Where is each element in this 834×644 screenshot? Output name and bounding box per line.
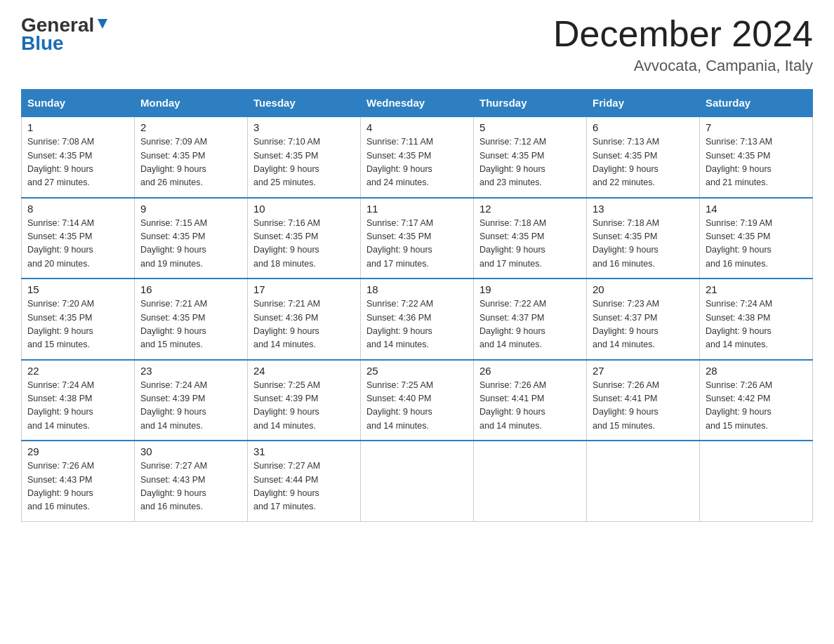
logo: General Blue (21, 14, 110, 55)
calendar-cell: 15 Sunrise: 7:20 AMSunset: 4:35 PMDaylig… (22, 279, 135, 360)
calendar-cell: 30 Sunrise: 7:27 AMSunset: 4:43 PMDaylig… (135, 441, 248, 521)
logo-blue-text: Blue (21, 32, 64, 55)
day-info: Sunrise: 7:27 AMSunset: 4:43 PMDaylight:… (140, 459, 241, 514)
calendar-cell: 8 Sunrise: 7:14 AMSunset: 4:35 PMDayligh… (22, 198, 135, 279)
calendar-header-wednesday: Wednesday (361, 90, 474, 117)
day-info: Sunrise: 7:10 AMSunset: 4:35 PMDaylight:… (253, 135, 355, 190)
calendar-header-sunday: Sunday (22, 90, 135, 117)
day-number: 21 (706, 283, 807, 295)
calendar-cell: 7 Sunrise: 7:13 AMSunset: 4:35 PMDayligh… (700, 116, 813, 198)
calendar-cell (361, 441, 474, 521)
day-info: Sunrise: 7:11 AMSunset: 4:35 PMDaylight:… (366, 135, 468, 190)
day-info: Sunrise: 7:26 AMSunset: 4:42 PMDaylight:… (706, 379, 807, 434)
day-info: Sunrise: 7:09 AMSunset: 4:35 PMDaylight:… (140, 135, 241, 190)
day-info: Sunrise: 7:26 AMSunset: 4:41 PMDaylight:… (593, 379, 694, 434)
day-info: Sunrise: 7:22 AMSunset: 4:37 PMDaylight:… (479, 297, 581, 352)
day-info: Sunrise: 7:13 AMSunset: 4:35 PMDaylight:… (593, 135, 694, 190)
day-number: 18 (366, 283, 468, 295)
calendar-cell (474, 441, 587, 521)
calendar-cell: 16 Sunrise: 7:21 AMSunset: 4:35 PMDaylig… (135, 279, 248, 360)
calendar-week-4: 22 Sunrise: 7:24 AMSunset: 4:38 PMDaylig… (22, 360, 813, 441)
day-number: 24 (253, 365, 355, 377)
day-info: Sunrise: 7:24 AMSunset: 4:38 PMDaylight:… (27, 379, 128, 434)
day-number: 30 (140, 445, 241, 457)
day-number: 14 (706, 203, 807, 215)
day-info: Sunrise: 7:20 AMSunset: 4:35 PMDaylight:… (27, 297, 128, 352)
calendar-cell: 13 Sunrise: 7:18 AMSunset: 4:35 PMDaylig… (587, 198, 700, 279)
day-info: Sunrise: 7:26 AMSunset: 4:41 PMDaylight:… (479, 379, 581, 434)
day-info: Sunrise: 7:22 AMSunset: 4:36 PMDaylight:… (366, 297, 468, 352)
day-info: Sunrise: 7:23 AMSunset: 4:37 PMDaylight:… (593, 297, 694, 352)
day-number: 28 (706, 365, 807, 377)
calendar-cell: 19 Sunrise: 7:22 AMSunset: 4:37 PMDaylig… (474, 279, 587, 360)
day-number: 3 (253, 121, 355, 133)
day-number: 6 (593, 121, 694, 133)
day-number: 23 (140, 365, 241, 377)
day-info: Sunrise: 7:24 AMSunset: 4:39 PMDaylight:… (140, 379, 241, 434)
calendar-header-friday: Friday (587, 90, 700, 117)
day-info: Sunrise: 7:21 AMSunset: 4:35 PMDaylight:… (140, 297, 241, 352)
calendar-cell: 17 Sunrise: 7:21 AMSunset: 4:36 PMDaylig… (248, 279, 361, 360)
day-number: 19 (479, 283, 581, 295)
day-number: 12 (479, 203, 581, 215)
day-number: 1 (27, 121, 128, 133)
day-info: Sunrise: 7:18 AMSunset: 4:35 PMDaylight:… (593, 217, 694, 271)
day-number: 31 (253, 445, 355, 457)
calendar-cell: 20 Sunrise: 7:23 AMSunset: 4:37 PMDaylig… (587, 279, 700, 360)
day-number: 22 (27, 365, 128, 377)
calendar-week-1: 1 Sunrise: 7:08 AMSunset: 4:35 PMDayligh… (22, 116, 813, 198)
day-number: 4 (366, 121, 468, 133)
calendar-cell: 18 Sunrise: 7:22 AMSunset: 4:36 PMDaylig… (361, 279, 474, 360)
day-number: 29 (27, 445, 128, 457)
day-number: 9 (140, 203, 241, 215)
calendar-cell (700, 441, 813, 521)
calendar-week-2: 8 Sunrise: 7:14 AMSunset: 4:35 PMDayligh… (22, 198, 813, 279)
calendar-week-5: 29 Sunrise: 7:26 AMSunset: 4:43 PMDaylig… (22, 441, 813, 521)
day-number: 13 (593, 203, 694, 215)
day-info: Sunrise: 7:16 AMSunset: 4:35 PMDaylight:… (253, 217, 355, 271)
day-number: 5 (479, 121, 581, 133)
calendar-cell: 24 Sunrise: 7:25 AMSunset: 4:39 PMDaylig… (248, 360, 361, 441)
day-info: Sunrise: 7:21 AMSunset: 4:36 PMDaylight:… (253, 297, 355, 352)
calendar-header-tuesday: Tuesday (248, 90, 361, 117)
calendar-cell: 23 Sunrise: 7:24 AMSunset: 4:39 PMDaylig… (135, 360, 248, 441)
day-info: Sunrise: 7:13 AMSunset: 4:35 PMDaylight:… (706, 135, 807, 190)
day-number: 20 (593, 283, 694, 295)
calendar-header-saturday: Saturday (700, 90, 813, 117)
page-subtitle: Avvocata, Campania, Italy (553, 57, 813, 75)
page-header: General Blue December 2024 Avvocata, Cam… (21, 14, 813, 75)
logo-arrow-icon (95, 16, 110, 32)
calendar-cell: 11 Sunrise: 7:17 AMSunset: 4:35 PMDaylig… (361, 198, 474, 279)
day-info: Sunrise: 7:17 AMSunset: 4:35 PMDaylight:… (366, 217, 468, 271)
calendar-cell: 28 Sunrise: 7:26 AMSunset: 4:42 PMDaylig… (700, 360, 813, 441)
day-info: Sunrise: 7:12 AMSunset: 4:35 PMDaylight:… (479, 135, 581, 190)
day-info: Sunrise: 7:14 AMSunset: 4:35 PMDaylight:… (27, 217, 128, 271)
day-info: Sunrise: 7:19 AMSunset: 4:35 PMDaylight:… (706, 217, 807, 271)
calendar-cell: 3 Sunrise: 7:10 AMSunset: 4:35 PMDayligh… (248, 116, 361, 198)
svg-marker-0 (98, 19, 107, 29)
day-info: Sunrise: 7:26 AMSunset: 4:43 PMDaylight:… (27, 459, 128, 514)
day-number: 8 (27, 203, 128, 215)
calendar-cell: 22 Sunrise: 7:24 AMSunset: 4:38 PMDaylig… (22, 360, 135, 441)
calendar-cell: 27 Sunrise: 7:26 AMSunset: 4:41 PMDaylig… (587, 360, 700, 441)
calendar-cell: 4 Sunrise: 7:11 AMSunset: 4:35 PMDayligh… (361, 116, 474, 198)
calendar-cell: 29 Sunrise: 7:26 AMSunset: 4:43 PMDaylig… (22, 441, 135, 521)
calendar-cell: 26 Sunrise: 7:26 AMSunset: 4:41 PMDaylig… (474, 360, 587, 441)
day-number: 10 (253, 203, 355, 215)
calendar-header: SundayMondayTuesdayWednesdayThursdayFrid… (22, 90, 813, 117)
day-info: Sunrise: 7:25 AMSunset: 4:40 PMDaylight:… (366, 379, 468, 434)
calendar-table: SundayMondayTuesdayWednesdayThursdayFrid… (21, 89, 813, 522)
calendar-week-3: 15 Sunrise: 7:20 AMSunset: 4:35 PMDaylig… (22, 279, 813, 360)
day-number: 15 (27, 283, 128, 295)
day-number: 25 (366, 365, 468, 377)
day-number: 11 (366, 203, 468, 215)
day-info: Sunrise: 7:18 AMSunset: 4:35 PMDaylight:… (479, 217, 581, 271)
day-info: Sunrise: 7:15 AMSunset: 4:35 PMDaylight:… (140, 217, 241, 271)
title-block: December 2024 Avvocata, Campania, Italy (553, 14, 813, 75)
day-info: Sunrise: 7:08 AMSunset: 4:35 PMDaylight:… (27, 135, 128, 190)
calendar-cell: 6 Sunrise: 7:13 AMSunset: 4:35 PMDayligh… (587, 116, 700, 198)
calendar-cell: 10 Sunrise: 7:16 AMSunset: 4:35 PMDaylig… (248, 198, 361, 279)
day-number: 26 (479, 365, 581, 377)
day-number: 2 (140, 121, 241, 133)
calendar-header-thursday: Thursday (474, 90, 587, 117)
